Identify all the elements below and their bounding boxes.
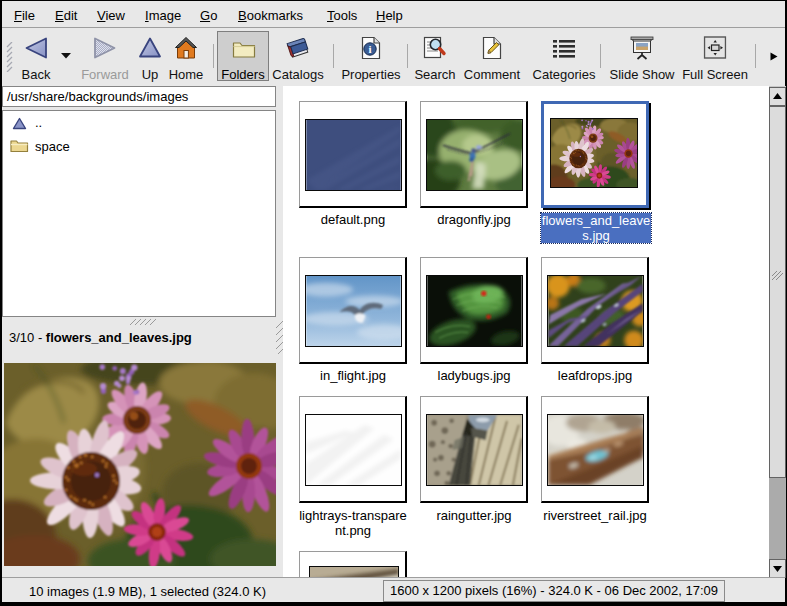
svg-text:i: i [368,43,371,55]
